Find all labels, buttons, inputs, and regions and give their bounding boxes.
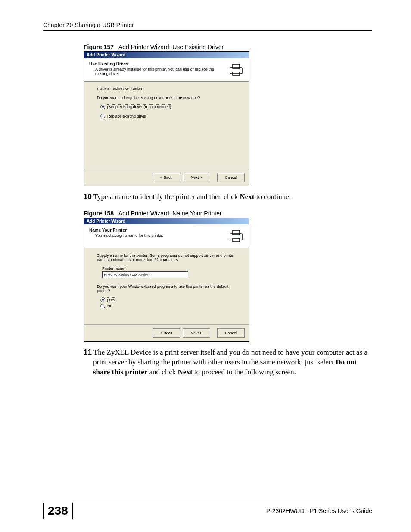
svg-point-7: [240, 235, 240, 236]
svg-point-3: [240, 69, 240, 70]
dialog-use-existing-driver: Add Printer Wizard Use Existing Driver A…: [84, 51, 249, 186]
dialog-button-row: < Back Next > Cancel: [84, 169, 249, 186]
back-button[interactable]: < Back: [153, 328, 180, 338]
dialog-header: Use Existing Driver A driver is already …: [84, 58, 249, 82]
step-11-post: to proceed to the following screen.: [193, 368, 296, 376]
radio-keep-label: Keep existing driver (recommended): [107, 104, 172, 109]
step-10-bold: Next: [240, 193, 255, 201]
printer-name-input[interactable]: [102, 271, 188, 278]
step-10-number: 10: [84, 193, 92, 201]
step-11-pre: The ZyXEL Device is a print server itsel…: [92, 348, 367, 366]
dialog-header-text: Use Existing Driver A driver is already …: [89, 62, 216, 76]
printer-model-text: EPSON Stylus C43 Series: [97, 87, 236, 91]
cancel-button[interactable]: Cancel: [217, 328, 245, 338]
radio-icon: [100, 297, 105, 302]
printer-icon: [228, 228, 244, 243]
guide-name: P-2302HWUDL-P1 Series User's Guide: [266, 507, 372, 514]
dialog-body: EPSON Stylus C43 Series Do you want to k…: [84, 82, 249, 169]
radio-icon: [100, 105, 105, 109]
radio-no-label: No: [107, 304, 112, 308]
step-10-pre: Type a name to identify the printer and …: [92, 193, 240, 201]
page-footer: 238 P-2302HWUDL-P1 Series User's Guide: [43, 500, 372, 519]
radio-yes[interactable]: Yes: [100, 297, 236, 302]
dialog-header-subtitle: You must assign a name for this printer.: [95, 233, 163, 238]
radio-icon: [100, 114, 105, 118]
dialog-titlebar: Add Printer Wizard: [84, 218, 249, 224]
radio-replace-driver[interactable]: Replace existing driver: [100, 114, 236, 118]
dialog-header-text: Name Your Printer You must assign a name…: [89, 228, 163, 238]
radio-replace-label: Replace existing driver: [107, 114, 146, 118]
dialog-header-subtitle: A driver is already installed for this p…: [95, 67, 216, 76]
step-10-post: to continue.: [254, 193, 291, 201]
chapter-header: Chapter 20 Sharing a USB Printer: [43, 22, 372, 28]
next-button[interactable]: Next >: [183, 173, 210, 182]
dialog-header-title: Use Existing Driver: [89, 62, 216, 66]
radio-keep-driver[interactable]: Keep existing driver (recommended): [100, 104, 236, 109]
figure-158-title: Add Printer Wizard: Name Your Printer: [118, 210, 222, 217]
figure-157-title: Add Printer Wizard: Use Existing Driver: [118, 44, 224, 50]
header-rule: [43, 30, 372, 31]
dialog-titlebar: Add Printer Wizard: [84, 52, 249, 58]
driver-question: Do you want to keep the existing driver …: [97, 96, 236, 100]
figure-157-caption: Figure 157 Add Printer Wizard: Use Exist…: [84, 44, 372, 50]
footer-rule: [43, 500, 372, 500]
dialog-header-title: Name Your Printer: [89, 228, 163, 233]
step-11-mid: and click: [147, 368, 177, 376]
printer-name-label: Printer name:: [102, 266, 236, 271]
figure-158-caption: Figure 158 Add Printer Wizard: Name Your…: [84, 210, 372, 217]
cancel-button[interactable]: Cancel: [217, 173, 245, 182]
step-11-text: 11 The ZyXEL Device is a print server it…: [84, 348, 372, 377]
page-number: 238: [43, 503, 73, 519]
back-button[interactable]: < Back: [153, 173, 180, 182]
dialog-body: Supply a name for this printer. Some pro…: [84, 248, 249, 324]
dialog-header: Name Your Printer You must assign a name…: [84, 224, 249, 248]
step-10-text: 10 Type a name to identify the printer a…: [84, 192, 372, 202]
supply-name-text: Supply a name for this printer. Some pro…: [97, 253, 236, 262]
dialog-name-your-printer: Add Printer Wizard Name Your Printer You…: [84, 218, 249, 342]
default-printer-question: Do you want your Windows-based programs …: [97, 284, 236, 293]
printer-icon: [228, 62, 244, 77]
radio-icon: [100, 304, 105, 308]
step-11-number: 11: [84, 348, 92, 356]
step-11-bold2: Next: [178, 368, 193, 376]
figure-157-label: Figure 157: [84, 44, 114, 50]
next-button[interactable]: Next >: [183, 328, 210, 338]
radio-no[interactable]: No: [100, 304, 236, 308]
dialog-button-row: < Back Next > Cancel: [84, 325, 249, 341]
radio-yes-label: Yes: [107, 297, 116, 302]
figure-158-label: Figure 158: [84, 210, 114, 217]
